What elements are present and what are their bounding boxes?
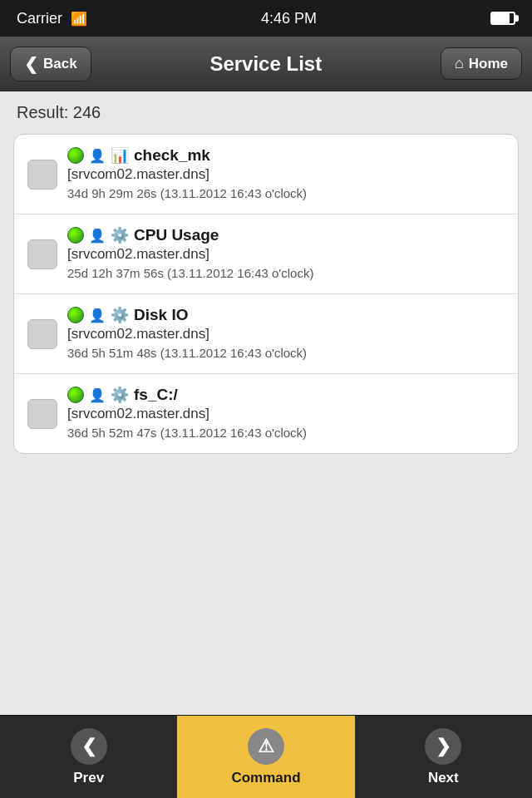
tab-bar: ❮ Prev ⚠ Command ❯ Next [0,715,532,798]
tab-prev[interactable]: ❮ Prev [0,716,177,798]
prev-label: Prev [73,770,104,786]
status-green-icon [67,307,84,323]
wifi-icon: 📶 [71,11,87,27]
service-time: 36d 5h 51m 48s (13.11.2012 16:43 o'clock… [67,344,505,362]
content-area: Result: 246 👤 📊 check_mk [srvcom02.maste… [0,91,532,715]
list-item[interactable]: 👤 ⚙️ Disk IO [srvcom02.master.dns] 36d 5… [14,294,518,374]
home-icon: ⌂ [455,55,464,72]
service-name: Disk IO [134,306,188,324]
battery-icon [490,12,515,25]
tab-command[interactable]: ⚠ Command [177,716,354,798]
list-item[interactable]: 👤 ⚙️ fs_C:/ [srvcom02.master.dns] 36d 5h… [14,374,518,453]
next-label: Next [428,770,459,786]
page-title: Service List [209,52,322,76]
status-green-icon [67,387,84,403]
service-header: 👤 ⚙️ Disk IO [67,306,505,324]
person-icon: 👤 [89,387,106,403]
back-button[interactable]: ❮ Back [10,47,91,81]
service-host: [srvcom02.master.dns] [67,406,505,422]
command-label: Command [231,770,300,786]
status-left: Carrier 📶 [17,10,87,27]
service-time: 34d 9h 29m 26s (13.11.2012 16:43 o'clock… [67,185,505,202]
list-item[interactable]: 👤 📊 check_mk [srvcom02.master.dns] 34d 9… [14,135,518,214]
person-icon: 👤 [89,308,106,323]
result-count: 246 [73,103,101,121]
item-checkbox[interactable] [27,319,57,349]
next-icon: ❯ [425,728,461,765]
person-icon: 👤 [89,148,106,164]
time-label: 4:46 PM [261,10,317,27]
service-time: 25d 12h 37m 56s (13.11.2012 16:43 o'cloc… [67,264,505,282]
prev-icon: ❮ [71,728,107,765]
service-name: CPU Usage [134,226,219,244]
service-name: check_mk [134,146,210,165]
command-icon: ⚠ [248,728,284,765]
service-list: 👤 📊 check_mk [srvcom02.master.dns] 34d 9… [13,134,519,454]
tab-next[interactable]: ❯ Next [355,716,532,798]
service-info: 👤 ⚙️ CPU Usage [srvcom02.master.dns] 25d… [67,226,505,282]
service-info: 👤 📊 check_mk [srvcom02.master.dns] 34d 9… [67,146,505,202]
service-header: 👤 📊 check_mk [67,146,505,165]
service-time: 36d 5h 52m 47s (13.11.2012 16:43 o'clock… [67,424,505,441]
status-green-icon [67,147,84,164]
service-name: fs_C:/ [134,386,178,404]
settings-icon: ⚙️ [111,226,129,244]
status-green-icon [67,227,84,244]
result-bar: Result: 246 [0,91,532,134]
service-header: 👤 ⚙️ fs_C:/ [67,386,505,404]
home-button[interactable]: ⌂ Home [441,47,522,80]
list-item[interactable]: 👤 ⚙️ CPU Usage [srvcom02.master.dns] 25d… [14,214,518,294]
item-checkbox[interactable] [27,239,57,269]
settings-icon: ⚙️ [111,386,129,404]
service-info: 👤 ⚙️ fs_C:/ [srvcom02.master.dns] 36d 5h… [67,386,505,441]
chart-icon: 📊 [111,146,129,165]
service-host: [srvcom02.master.dns] [67,326,505,342]
item-checkbox[interactable] [27,160,57,190]
carrier-label: Carrier [17,10,62,27]
service-info: 👤 ⚙️ Disk IO [srvcom02.master.dns] 36d 5… [67,306,505,362]
nav-bar: ❮ Back Service List ⌂ Home [0,37,532,91]
home-label: Home [469,56,508,72]
person-icon: 👤 [89,228,106,244]
item-checkbox[interactable] [27,399,57,429]
service-header: 👤 ⚙️ CPU Usage [67,226,505,244]
result-label: Result: [17,103,68,121]
service-host: [srvcom02.master.dns] [67,246,505,263]
back-chevron-icon: ❮ [24,54,38,74]
service-host: [srvcom02.master.dns] [67,166,505,183]
settings-icon: ⚙️ [111,306,129,324]
status-bar: Carrier 📶 4:46 PM [0,0,532,37]
back-label: Back [43,56,77,72]
